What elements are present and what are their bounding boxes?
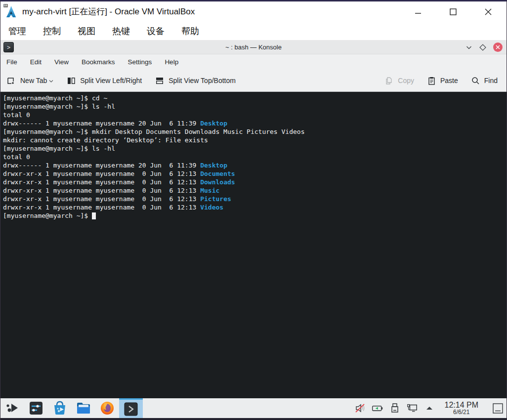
vbox-menu-item-2[interactable]: 视图 — [78, 25, 95, 37]
terminal-line: drwx------ 1 myusername myusername 20 Ju… — [3, 161, 507, 169]
battery-icon[interactable] — [372, 402, 383, 414]
konsole-icon: > — [3, 42, 14, 52]
konsole-close-button[interactable] — [493, 42, 503, 52]
usb-device-icon[interactable] — [389, 402, 401, 414]
terminal-line: drwxr-xr-x 1 myusername myusername 0 Jun… — [3, 195, 507, 203]
vbox-menu-item-5[interactable]: 帮助 — [181, 25, 199, 37]
directory-name: Documents — [200, 170, 235, 177]
konsole-menu-item-4[interactable]: Settings — [128, 58, 152, 66]
find-button[interactable]: Find — [471, 76, 498, 85]
discover-launcher[interactable] — [48, 398, 72, 418]
konsole-maximize-button[interactable] — [479, 44, 486, 51]
copy-button: Copy — [384, 76, 414, 85]
new-tab-chevron-icon[interactable] — [49, 77, 53, 85]
konsole-task-icon — [124, 402, 138, 417]
volume-muted-icon[interactable] — [354, 402, 366, 414]
directory-name: Desktop — [200, 120, 227, 127]
directory-name: Pictures — [200, 195, 231, 203]
konsole-menu-item-1[interactable]: Edit — [30, 58, 42, 66]
discover-icon — [52, 401, 67, 416]
terminal-line: drwxr-xr-x 1 myusername myusername 0 Jun… — [3, 203, 507, 211]
konsole-titlebar[interactable]: > ~ : bash — Konsole — [0, 41, 507, 54]
konsole-menu-item-3[interactable]: Bookmarks — [82, 58, 115, 66]
paste-icon — [427, 76, 436, 85]
new-tab-button[interactable]: New Tab — [6, 76, 53, 85]
konsole-window-title: ~ : bash — Konsole — [0, 43, 507, 51]
directory-name: Desktop — [200, 162, 227, 169]
tray-expander-icon[interactable] — [423, 402, 435, 414]
firefox-launcher[interactable] — [95, 398, 119, 418]
terminal-line: drwxr-xr-x 1 myusername myusername 0 Jun… — [3, 169, 507, 178]
network-display-icon[interactable] — [406, 402, 418, 414]
copy-label: Copy — [398, 77, 414, 84]
find-label: Find — [484, 77, 498, 84]
terminal-line: [myusername@myarch ~]$ — [3, 211, 507, 220]
konsole-menu-item-2[interactable]: View — [54, 58, 69, 66]
copy-icon — [384, 76, 394, 85]
taskbar-panel: 12:14 PM 6/6/21 — [0, 398, 507, 420]
terminal-line: mkdir: cannot create directory ‘Desktop’… — [3, 136, 507, 144]
show-desktop-button[interactable] — [492, 402, 504, 414]
vbox-menu-item-0[interactable]: 管理 — [8, 25, 26, 37]
split-lr-label: Split View Left/Right — [80, 77, 142, 84]
dolphin-file-manager-icon — [76, 401, 91, 416]
terminal-viewport[interactable]: [myusername@myarch ~]$ cd ~[myusername@m… — [0, 92, 507, 398]
virtualbox-window: 64 my-arch-virt [正在运行] - Oracle VM Virtu… — [0, 0, 507, 420]
terminal-cursor — [92, 212, 96, 219]
find-icon — [471, 76, 480, 85]
vbox-menu-item-3[interactable]: 热键 — [112, 25, 130, 37]
vbox-close-button[interactable] — [483, 7, 493, 16]
paste-button[interactable]: Paste — [427, 76, 458, 85]
clock-date: 6/6/21 — [445, 409, 478, 416]
vbox-menu-item-1[interactable]: 控制 — [43, 25, 61, 37]
directory-name: Downloads — [200, 178, 235, 186]
arch-linux-icon: 64 — [4, 5, 18, 18]
vbox-titlebar: 64 my-arch-virt [正在运行] - Oracle VM Virtu… — [0, 1, 507, 22]
split-top-bottom-icon — [155, 76, 165, 85]
x64-badge: 64 — [3, 4, 8, 7]
split-tb-label: Split View Top/Bottom — [169, 77, 236, 84]
terminal-line: [myusername@myarch ~]$ cd ~ — [3, 94, 507, 102]
app-launcher-icon — [5, 401, 20, 416]
vbox-maximize-button[interactable] — [448, 7, 458, 16]
system-settings-icon — [29, 401, 43, 416]
konsole-task-button[interactable] — [119, 398, 143, 418]
firefox-icon — [100, 401, 115, 416]
app-launcher-button[interactable] — [0, 398, 24, 418]
terminal-line: drwx------ 1 myusername myusername 20 Ju… — [3, 119, 507, 127]
terminal-line: total 0 — [3, 111, 507, 119]
terminal-line: [myusername@myarch ~]$ mkdir Desktop Doc… — [3, 127, 507, 136]
terminal-line: total 0 — [3, 153, 507, 161]
split-view-left-right-button[interactable]: Split View Left/Right — [66, 76, 142, 85]
directory-name: Videos — [200, 204, 223, 211]
terminal-line: [myusername@myarch ~]$ ls -hl — [3, 144, 507, 153]
new-tab-label: New Tab — [20, 77, 47, 84]
directory-name: Music — [200, 187, 219, 194]
system-tray: 12:14 PM 6/6/21 — [354, 398, 504, 418]
dolphin-launcher[interactable] — [72, 398, 95, 418]
clock-time: 12:14 PM — [445, 401, 478, 410]
vbox-menubar: 管理控制视图热键设备帮助 — [0, 22, 507, 41]
paste-label: Paste — [440, 77, 458, 84]
terminal-line: drwxr-xr-x 1 myusername myusername 0 Jun… — [3, 186, 507, 195]
split-left-right-icon — [66, 76, 76, 85]
split-view-top-bottom-button[interactable]: Split View Top/Bottom — [155, 76, 236, 85]
vbox-window-title: my-arch-virt [正在运行] - Oracle VM VirtualB… — [22, 6, 195, 17]
terminal-line: [myusername@myarch ~]$ ls -hl — [3, 102, 507, 111]
konsole-toolbar: New Tab Split View Left/Right Split View… — [0, 70, 507, 92]
konsole-menubar: FileEditViewBookmarksSettingsHelp — [0, 54, 507, 70]
konsole-menu-item-5[interactable]: Help — [165, 58, 178, 66]
vbox-minimize-button[interactable] — [413, 7, 422, 16]
vbox-menu-item-4[interactable]: 设备 — [147, 25, 165, 37]
new-tab-icon — [6, 76, 16, 85]
terminal-line: drwxr-xr-x 1 myusername myusername 0 Jun… — [3, 178, 507, 186]
konsole-menu-item-0[interactable]: File — [6, 58, 17, 66]
system-settings-launcher[interactable] — [24, 398, 48, 418]
konsole-minimize-button[interactable] — [465, 44, 472, 51]
digital-clock[interactable]: 12:14 PM 6/6/21 — [441, 401, 482, 416]
